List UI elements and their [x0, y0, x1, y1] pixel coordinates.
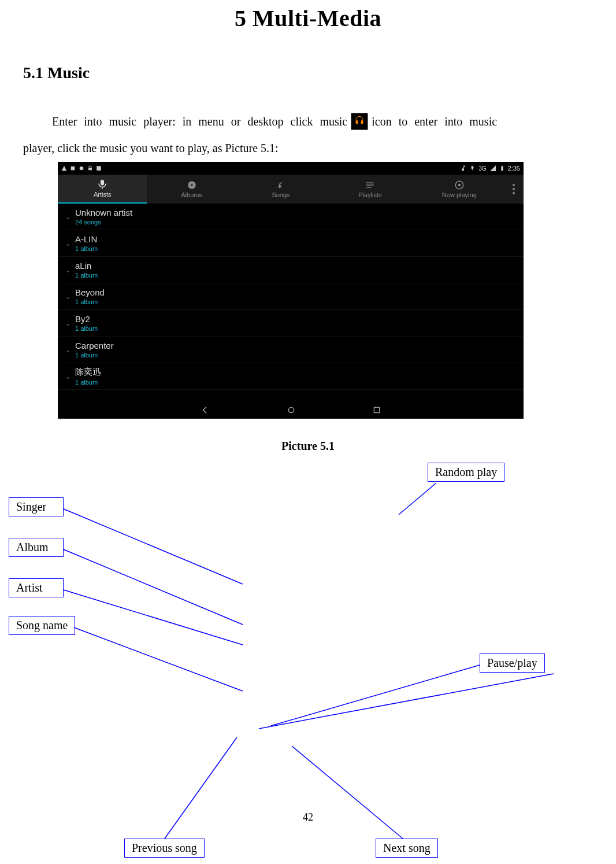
svg-line-8 — [399, 483, 436, 515]
svg-line-13 — [271, 665, 480, 726]
svg-line-10 — [64, 549, 243, 625]
svg-line-14 — [259, 674, 554, 729]
svg-line-11 — [64, 590, 243, 645]
callout-lines — [0, 0, 616, 864]
page-number: 42 — [0, 811, 616, 824]
svg-line-16 — [292, 746, 403, 839]
svg-line-9 — [64, 509, 243, 584]
